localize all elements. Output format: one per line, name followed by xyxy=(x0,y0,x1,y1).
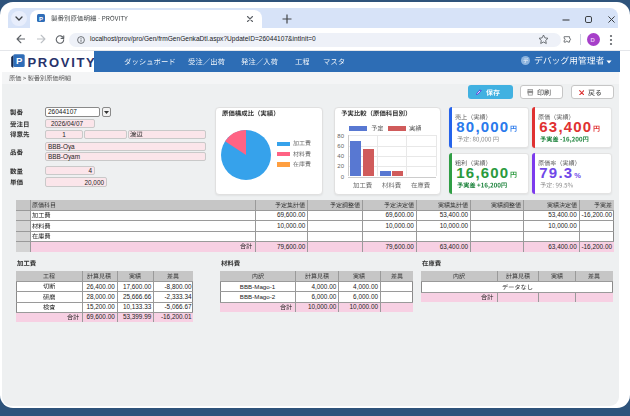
svg-text:P: P xyxy=(16,55,23,66)
